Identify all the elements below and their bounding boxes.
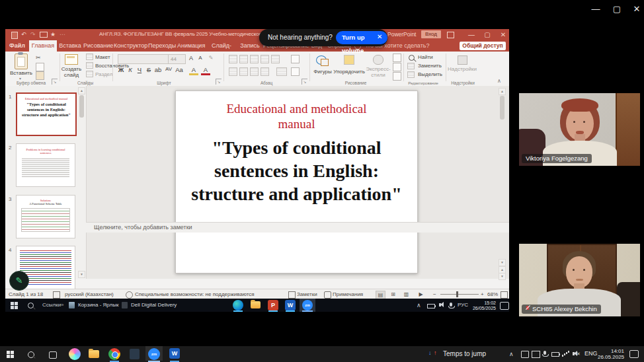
fit-to-window-icon[interactable] [501, 291, 508, 299]
paste-icon[interactable] [15, 54, 28, 69]
character-spacing-button[interactable]: AV [164, 66, 173, 72]
addins-icon[interactable] [458, 55, 467, 65]
addins-button-label[interactable]: Надстройки [447, 66, 477, 72]
slide-thumbnail-3[interactable]: Solution: A Functional Scheme Table [16, 195, 75, 238]
copilot-icon[interactable] [69, 348, 81, 360]
start-button-icon[interactable] [11, 302, 14, 305]
shape-fill-icon[interactable] [393, 54, 401, 62]
zoom-slider-track[interactable] [440, 294, 479, 295]
tab-draw[interactable]: Рисование [83, 40, 112, 52]
language-indicator[interactable]: ENG [584, 350, 598, 357]
shape-outline-icon[interactable] [393, 63, 401, 71]
network-signal-icon[interactable] [562, 355, 563, 357]
weather-widget[interactable]: Temps to jump [443, 350, 486, 357]
increase-indent-icon[interactable] [261, 55, 269, 63]
microphone-icon[interactable] [450, 303, 452, 307]
bullets-icon[interactable] [229, 55, 237, 63]
inner-clock-date[interactable]: 26/05/2025 [469, 305, 496, 311]
layout-icon[interactable] [86, 54, 93, 60]
underline-button[interactable]: Ч [135, 66, 144, 73]
arrange-label[interactable]: Упорядочить [333, 69, 365, 75]
new-slide-icon[interactable] [65, 54, 78, 65]
window-close-button[interactable]: ✕ [628, 3, 644, 16]
ribbon-display-options-icon[interactable] [447, 32, 454, 38]
notification-close-icon[interactable]: ✕ [377, 33, 382, 40]
grow-font-button[interactable]: А [186, 55, 196, 61]
battery-icon[interactable] [427, 304, 435, 308]
save-icon[interactable] [11, 32, 18, 39]
ppt-minimize-button[interactable]: — [464, 30, 479, 40]
strikethrough-button[interactable]: S [144, 66, 153, 73]
ppt-close-button[interactable]: ✕ [496, 30, 510, 40]
share-button[interactable]: Общий доступ [460, 42, 506, 50]
zoom-in-button[interactable]: + [481, 291, 484, 297]
taskbar-search-icon[interactable] [28, 303, 34, 308]
file-explorer-icon[interactable] [89, 350, 99, 358]
favorite-star-icon[interactable]: ★ [50, 30, 56, 39]
align-right-icon[interactable] [250, 67, 259, 76]
thumb-scrollbar[interactable] [79, 95, 84, 118]
sign-in-button[interactable]: Вход [421, 30, 441, 38]
find-label[interactable]: Найти [418, 54, 433, 60]
calculator-icon[interactable] [130, 349, 140, 359]
align-center-icon[interactable] [239, 67, 248, 76]
tab-transitions[interactable]: Переходы [148, 40, 176, 52]
undo-icon[interactable]: ↶ [21, 30, 26, 39]
highlight-color-button[interactable]: А [189, 66, 198, 75]
thumb-scroll-down-icon[interactable]: ▼ [78, 271, 85, 278]
numbering-icon[interactable] [239, 55, 248, 63]
recycle-bin-icon[interactable] [69, 302, 75, 308]
slide-thumbnail-1[interactable]: Educational and methodical manual "Types… [16, 92, 77, 136]
clear-format-button[interactable]: ✎ [206, 55, 216, 61]
tab-design[interactable]: Конструктор [114, 40, 147, 52]
font-name-select[interactable] [118, 54, 169, 64]
cut-icon[interactable]: ✂ [36, 54, 41, 61]
speaker-icon[interactable] [439, 303, 441, 307]
battery-icon[interactable] [551, 352, 559, 357]
slide-thumbnail-2[interactable]: Problems in learning conditional sentenc… [16, 143, 75, 187]
editor-scroll-up-icon[interactable]: ▲ [499, 88, 506, 95]
justify-icon[interactable] [261, 67, 269, 76]
quick-access-more-icon[interactable]: ⋯ [60, 30, 65, 39]
copy-icon[interactable] [36, 63, 44, 71]
zoom-app-icon[interactable]: zm [148, 348, 160, 360]
bold-button[interactable]: Ж [116, 66, 126, 73]
next-slide-icon[interactable]: ▼ [499, 273, 506, 280]
notes-bar[interactable]: Щелкните, чтобы добавить заметки [86, 222, 509, 233]
columns-icon[interactable] [276, 67, 287, 76]
start-button-icon[interactable] [7, 351, 10, 354]
new-slide-label1[interactable]: Создать [60, 66, 83, 72]
notification-center-icon[interactable] [629, 350, 639, 358]
editor-scrollbar[interactable] [500, 96, 504, 120]
replace-label[interactable]: Заменить [418, 63, 442, 69]
view-reading-icon[interactable]: ▥ [402, 291, 411, 298]
tray-app-icon[interactable] [521, 351, 529, 358]
clock-date[interactable]: 26.05.2025 [598, 354, 624, 361]
tab-file[interactable]: Файл [7, 40, 28, 52]
tab-insert[interactable]: Вставка [58, 40, 82, 52]
tab-home[interactable]: Главная [29, 40, 57, 52]
clipboard-dialog-launcher-icon[interactable]: ↘ [52, 79, 58, 85]
tab-record[interactable]: Запись [238, 40, 262, 52]
select-label[interactable]: Выделить [418, 71, 442, 77]
chrome-icon[interactable] [108, 348, 120, 360]
shrink-font-button[interactable]: А [196, 55, 205, 61]
tab-slideshow[interactable]: Слайд-шоу [206, 40, 237, 52]
paste-label[interactable]: Вставить [9, 70, 33, 76]
search-icon[interactable] [28, 351, 34, 358]
text-shadow-button[interactable]: ab [153, 66, 163, 73]
font-color-button[interactable]: А [201, 66, 210, 75]
powerpoint-icon[interactable]: P [268, 300, 278, 310]
collapse-ribbon-icon[interactable]: ∧ [497, 78, 501, 84]
format-painter-icon[interactable] [36, 71, 44, 80]
dell-delivery-icon[interactable] [122, 302, 128, 308]
italic-button[interactable]: К [126, 66, 135, 73]
slideshow-icon[interactable] [40, 32, 48, 38]
language-indicator[interactable]: РУС [458, 302, 468, 308]
word-icon[interactable]: W [169, 348, 180, 359]
align-left-icon[interactable] [229, 67, 237, 76]
participant-video-1[interactable]: Viktoriya Fogelgezang [519, 93, 640, 166]
accessibility-status[interactable]: Специальные возможности: не поддерживают… [135, 291, 255, 297]
links-toolbar[interactable]: Ссылки [42, 302, 61, 308]
zoom-slider-thumb[interactable] [456, 291, 458, 297]
